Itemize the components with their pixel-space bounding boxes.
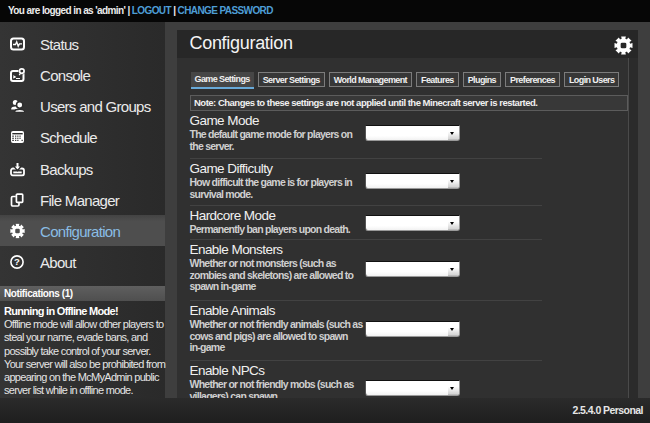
svg-text:?: ? — [14, 257, 20, 268]
